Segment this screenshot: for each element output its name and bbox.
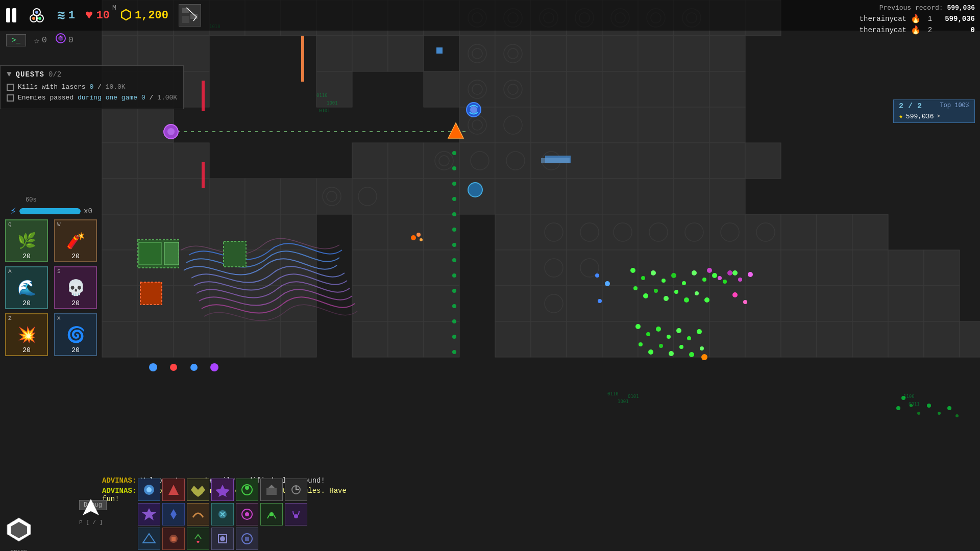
quest-checkbox-2[interactable] bbox=[7, 94, 14, 102]
svg-rect-117 bbox=[531, 250, 567, 286]
svg-rect-69 bbox=[674, 143, 709, 179]
flame-icon-2: 🔥 bbox=[911, 25, 921, 35]
svg-point-279 bbox=[674, 290, 678, 294]
svg-rect-76 bbox=[245, 179, 281, 214]
svg-rect-167 bbox=[817, 286, 852, 321]
ability-slot-q[interactable]: Q 🌿 20 bbox=[5, 219, 48, 262]
score-pos-1: 1 bbox=[925, 15, 935, 23]
bottom-ability-3[interactable] bbox=[187, 479, 209, 501]
svg-rect-146 bbox=[281, 321, 316, 357]
svg-point-249 bbox=[167, 128, 175, 135]
bottom-row-3 bbox=[138, 528, 307, 550]
bottom-ability-13[interactable] bbox=[260, 503, 283, 525]
bottom-ability-5[interactable] bbox=[236, 479, 258, 501]
svg-rect-168 bbox=[852, 286, 888, 321]
svg-point-277 bbox=[654, 289, 658, 293]
svg-rect-115 bbox=[424, 250, 459, 286]
lightning-icon: ⚡ bbox=[10, 205, 16, 217]
svg-rect-139 bbox=[709, 286, 745, 321]
svg-rect-41 bbox=[531, 71, 567, 107]
bottom-ability-18[interactable] bbox=[211, 528, 234, 550]
ability-slot-s[interactable]: S 💀 20 bbox=[54, 266, 97, 309]
svg-point-271 bbox=[702, 278, 706, 282]
quests-progress: 0/2 bbox=[48, 70, 61, 79]
svg-rect-38 bbox=[424, 71, 459, 107]
svg-point-333 bbox=[146, 487, 152, 492]
arrow-icon[interactable] bbox=[81, 497, 101, 517]
bottom-ability-19[interactable] bbox=[236, 528, 258, 550]
quests-chevron[interactable]: ▼ bbox=[7, 70, 12, 79]
mdps-stat: 0 bbox=[55, 33, 74, 47]
bottom-ability-4[interactable] bbox=[211, 479, 234, 501]
bottom-ability-12[interactable] bbox=[236, 503, 258, 525]
ability-slot-x[interactable]: X 🌀 20 bbox=[54, 313, 97, 356]
space-button[interactable]: SPACE bbox=[5, 516, 33, 546]
ability-slot-z[interactable]: Z 💥 20 bbox=[5, 313, 48, 356]
svg-point-234 bbox=[452, 350, 456, 354]
bottom-ability-2[interactable] bbox=[162, 479, 185, 501]
svg-rect-140 bbox=[745, 286, 781, 321]
rank-score-value: 599,036 bbox=[906, 113, 934, 120]
svg-rect-128 bbox=[245, 286, 281, 321]
quest-item-1: Kills with lasers 0 / 10.0K bbox=[7, 83, 177, 91]
svg-rect-80 bbox=[388, 179, 424, 214]
svg-rect-60 bbox=[352, 143, 388, 179]
map-preview[interactable] bbox=[179, 4, 201, 27]
svg-point-272 bbox=[712, 273, 717, 278]
svg-rect-77 bbox=[281, 179, 316, 214]
chat-name-1: ADVINAS: bbox=[102, 477, 136, 485]
svg-rect-70 bbox=[709, 143, 745, 179]
quest-checkbox-1[interactable] bbox=[7, 84, 14, 91]
svg-rect-145 bbox=[245, 321, 281, 357]
svg-point-317 bbox=[170, 364, 177, 371]
terminal-icon[interactable]: >_ bbox=[6, 34, 26, 46]
skills-icon[interactable] bbox=[27, 5, 47, 26]
bottom-ability-6[interactable] bbox=[260, 479, 283, 501]
mdps-value: 0 bbox=[68, 35, 74, 45]
bottom-ability-11[interactable] bbox=[211, 503, 234, 525]
bottom-left-controls: SPACE bbox=[5, 516, 33, 546]
svg-rect-57 bbox=[102, 143, 138, 179]
bottom-ability-9[interactable] bbox=[162, 503, 185, 525]
svg-point-315 bbox=[955, 414, 959, 417]
svg-text:1001: 1001 bbox=[618, 399, 629, 404]
bottom-ability-10[interactable] bbox=[187, 503, 209, 525]
svg-point-304 bbox=[605, 281, 610, 286]
score-val-1: 599,036 bbox=[939, 15, 975, 23]
svg-rect-157 bbox=[745, 321, 781, 357]
pause-button[interactable] bbox=[6, 8, 16, 22]
svg-rect-261 bbox=[139, 242, 161, 265]
svg-rect-171 bbox=[781, 321, 817, 357]
svg-point-314 bbox=[947, 406, 951, 410]
prev-record: Previous record: 599,036 bbox=[860, 4, 975, 12]
ability-slot-w[interactable]: W 🧨 20 bbox=[54, 219, 97, 262]
svg-rect-144 bbox=[209, 321, 245, 357]
svg-rect-53 bbox=[602, 107, 638, 143]
svg-point-290 bbox=[646, 332, 650, 336]
svg-point-292 bbox=[667, 335, 671, 339]
rank-top-label: Top 100% bbox=[940, 102, 969, 111]
svg-point-223 bbox=[452, 182, 456, 186]
bottom-ability-15[interactable] bbox=[138, 528, 160, 550]
svg-rect-31 bbox=[638, 36, 674, 71]
svg-point-265 bbox=[641, 276, 645, 280]
bottom-ability-8[interactable] bbox=[138, 503, 160, 525]
ability-slot-a[interactable]: A 🌊 20 bbox=[5, 266, 48, 309]
svg-rect-104 bbox=[674, 214, 709, 250]
svg-rect-158 bbox=[781, 214, 817, 250]
bottom-ability-17[interactable] bbox=[187, 528, 209, 550]
svg-rect-148 bbox=[388, 321, 424, 357]
svg-rect-73 bbox=[138, 179, 174, 214]
svg-rect-166 bbox=[781, 286, 817, 321]
bottom-ability-7[interactable] bbox=[285, 479, 307, 501]
bottom-ability-14[interactable] bbox=[285, 503, 307, 525]
space-label: SPACE bbox=[10, 549, 27, 551]
bottom-ability-1[interactable] bbox=[138, 479, 160, 501]
svg-point-224 bbox=[452, 197, 456, 201]
bottom-ability-16[interactable] bbox=[162, 528, 185, 550]
svg-rect-105 bbox=[709, 214, 745, 250]
svg-rect-85 bbox=[567, 179, 602, 214]
svg-rect-348 bbox=[172, 537, 176, 541]
svg-rect-84 bbox=[531, 179, 567, 214]
svg-point-286 bbox=[738, 278, 742, 282]
